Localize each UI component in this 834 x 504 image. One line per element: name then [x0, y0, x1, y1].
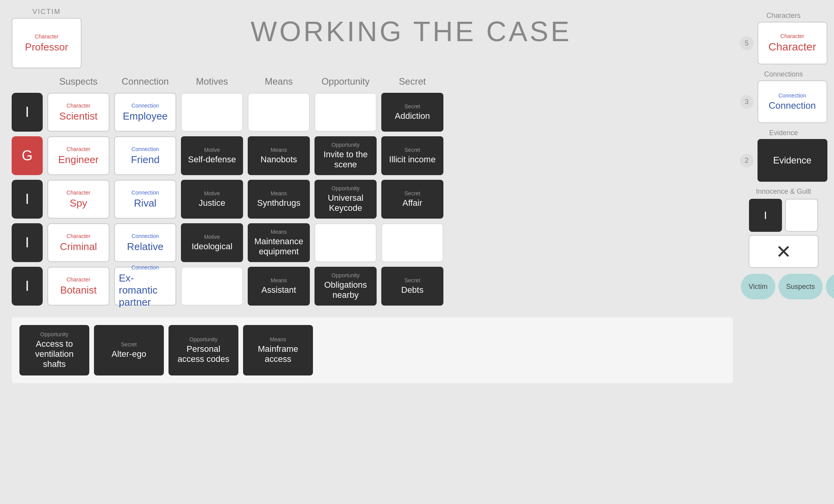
conn-val-5: Ex-romantic partner	[119, 272, 172, 308]
opp-card-3[interactable]: Opportunity Universal Keycode	[314, 180, 377, 219]
secret-card-1[interactable]: Secret Addiction	[381, 93, 443, 132]
suspect-icon-3[interactable]: I	[12, 180, 43, 219]
suspect-icon-2[interactable]: G	[12, 136, 43, 175]
connection-card-3[interactable]: Connection Rival	[114, 180, 176, 219]
mot-val-3: Justice	[199, 198, 225, 208]
motive-empty-5[interactable]	[181, 267, 243, 306]
ig-x-card[interactable]: ✕	[749, 235, 818, 268]
means-card-4[interactable]: Means Maintenance equipment	[248, 223, 310, 262]
connections-card[interactable]: Connection Connection	[758, 80, 827, 123]
evidence-section: Evidence 2 Evidence	[741, 129, 826, 182]
sec-cat-5: Secret	[405, 277, 420, 283]
opp-cat-5: Opportunity	[332, 272, 360, 278]
btm-cat-3: Opportunity	[189, 336, 217, 342]
means-card-3[interactable]: Means Synthdrugs	[248, 180, 310, 219]
btm-cat-4: Means	[270, 336, 286, 342]
char-cat-5: Character	[66, 276, 90, 283]
col-motives: Motives	[181, 76, 243, 87]
character-card-4[interactable]: Character Criminal	[47, 223, 109, 262]
bottom-card-3[interactable]: Opportunity Personal access codes	[169, 325, 238, 375]
opp-empty-1[interactable]	[314, 93, 377, 132]
connection-card-4[interactable]: Connection Relative	[114, 223, 176, 262]
char-cat-4: Character	[66, 233, 90, 239]
character-card-5[interactable]: Character Botanist	[47, 267, 109, 306]
sec-val-5: Debts	[401, 285, 423, 295]
characters-count: 5	[740, 36, 754, 50]
mns-val-5: Assistant	[261, 285, 296, 295]
secret-card-2[interactable]: Secret Illicit income	[381, 136, 443, 175]
ig-light-card[interactable]	[785, 199, 818, 232]
motive-card-2[interactable]: Motive Self-defense	[181, 136, 243, 175]
mns-cat-3: Means	[271, 190, 287, 196]
victim-button[interactable]: Victim	[741, 274, 775, 299]
mns-cat-5: Means	[271, 277, 287, 283]
page-title: WORKING THE CASE	[89, 8, 733, 47]
evidence-count: 2	[740, 154, 754, 167]
connections-count: 3	[740, 95, 754, 109]
opp-empty-4[interactable]	[314, 223, 377, 262]
connection-card-2[interactable]: Connection Friend	[114, 136, 176, 175]
char-val-3: Spy	[70, 197, 87, 209]
sec-val-3: Affair	[403, 198, 422, 208]
conn-cat-2: Connection	[132, 146, 159, 152]
evidence-val: Evidence	[773, 155, 811, 166]
evidence-card[interactable]: Evidence	[758, 139, 827, 182]
motive-card-3[interactable]: Motive Justice	[181, 180, 243, 219]
characters-card[interactable]: Character Character	[758, 22, 827, 64]
conn-sidebar-val: Connection	[769, 100, 816, 111]
bottom-card-1[interactable]: Opportunity Access to ventilation shafts	[19, 325, 89, 375]
sec-cat-1: Secret	[405, 103, 420, 109]
reset-game-button[interactable]: Reset Game	[826, 274, 834, 299]
suspect-icon-1[interactable]: I	[12, 93, 43, 132]
victim-name: Professor	[25, 41, 68, 53]
secret-card-5[interactable]: Secret Debts	[381, 267, 443, 306]
victim-card[interactable]: Character Professor	[12, 18, 82, 68]
mns-cat-2: Means	[271, 147, 287, 153]
suspect-icon-4[interactable]: I	[12, 223, 43, 262]
victim-category: Character	[35, 33, 58, 40]
motive-card-4[interactable]: Motive Ideological	[181, 223, 243, 262]
sec-empty-4[interactable]	[381, 223, 443, 262]
x-symbol: ✕	[776, 241, 791, 262]
char-cat-3: Character	[66, 189, 90, 196]
secret-card-3[interactable]: Secret Affair	[381, 180, 443, 219]
connection-card-5[interactable]: Connection Ex-romantic partner	[114, 267, 176, 306]
connection-card-1[interactable]: Connection Employee	[114, 93, 176, 132]
char-sidebar-val: Character	[768, 41, 816, 53]
opp-cat-2: Opportunity	[332, 142, 360, 148]
ig-section: Innocence & Guilt I ✕	[741, 188, 826, 268]
connections-section: Connections 3 Connection Connection	[741, 70, 826, 123]
ig-dark-card[interactable]: I	[749, 199, 782, 232]
character-card-2[interactable]: Character Engineer	[47, 136, 109, 175]
opp-val-3: Universal Keycode	[318, 193, 373, 213]
means-card-5[interactable]: Means Assistant	[248, 267, 310, 306]
char-val-2: Engineer	[58, 154, 99, 166]
mns-val-3: Synthdrugs	[257, 198, 300, 208]
conn-val-4: Relative	[127, 241, 163, 253]
means-empty-1[interactable]	[248, 93, 310, 132]
opp-card-2[interactable]: Opportunity Invite to the scene	[314, 136, 377, 175]
btm-val-2: Alter-ego	[111, 349, 146, 359]
character-card-3[interactable]: Character Spy	[47, 180, 109, 219]
table-row: I Character Spy Connection Rival Motive …	[12, 180, 733, 219]
victim-label: VICTIM	[33, 8, 61, 16]
bottom-card-2[interactable]: Secret Alter-ego	[94, 325, 164, 375]
opp-card-5[interactable]: Opportunity Obligations nearby	[314, 267, 377, 306]
suspects-button[interactable]: Suspects	[778, 274, 823, 299]
means-card-2[interactable]: Means Nanobots	[248, 136, 310, 175]
col-secret: Secret	[381, 76, 443, 87]
column-headers: Suspects Connection Motives Means Opport…	[12, 76, 733, 87]
characters-section: Characters 5 Character Character	[741, 12, 826, 64]
character-card-1[interactable]: Character Scientist	[47, 93, 109, 132]
char-val-1: Scientist	[59, 110, 97, 122]
conn-cat-3: Connection	[132, 189, 159, 196]
motive-empty-1[interactable]	[181, 93, 243, 132]
bottom-card-4[interactable]: Means Mainframe access	[243, 325, 313, 375]
col-suspects: Suspects	[47, 76, 109, 87]
col-connection: Connection	[114, 76, 176, 87]
sec-cat-2: Secret	[405, 147, 420, 153]
suspect-icon-5[interactable]: I	[12, 267, 43, 306]
ig-label: Innocence & Guilt	[756, 188, 811, 196]
table-row: I Character Botanist Connection Ex-roman…	[12, 267, 733, 306]
opp-val-2: Invite to the scene	[318, 149, 373, 170]
